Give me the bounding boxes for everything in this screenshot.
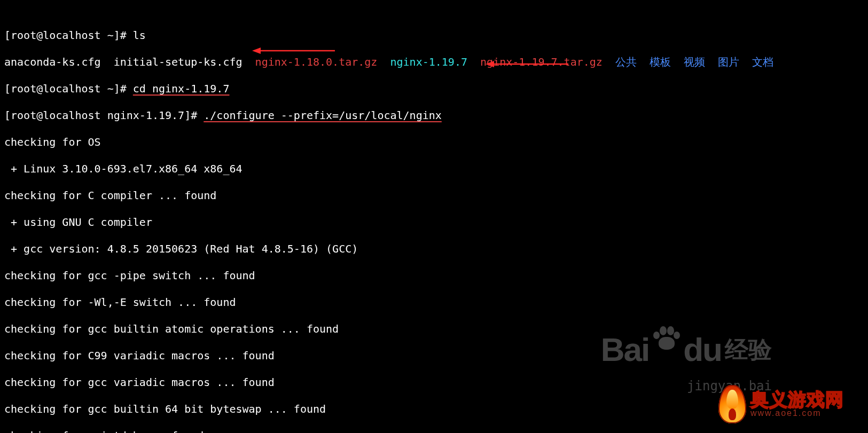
gap: [467, 56, 480, 68]
shell-command: ls: [133, 29, 146, 42]
terminal-line: checking for OS: [4, 136, 864, 149]
shell-command: cd nginx-1.19.7: [133, 82, 230, 95]
terminal-line: + Linux 3.10.0-693.el7.x86_64 x86_64: [4, 162, 864, 176]
terminal-output: [root@localhost ~]# ls anaconda-ks.cfg i…: [0, 0, 868, 433]
ls-item-dir: nginx-1.19.7: [390, 56, 467, 68]
terminal-line: checking for C99 variadic macros ... fou…: [4, 349, 864, 363]
ls-item-archive: nginx-1.18.0.tar.gz: [255, 56, 378, 68]
terminal-line: checking for gcc builtin 64 bit byteswap…: [4, 403, 864, 416]
ls-item-dir-cn: 公共 模板 视频 图片 文档: [615, 56, 773, 68]
shell-prompt: [root@localhost ~]#: [4, 29, 133, 42]
ls-item-archive: nginx-1.19.7.tar.gz: [480, 56, 603, 68]
terminal-line: checking for unistd.h ... found: [4, 429, 864, 433]
terminal-line: checking for gcc builtin atomic operatio…: [4, 322, 864, 336]
terminal-line: checking for -Wl,-E switch ... found: [4, 296, 864, 309]
shell-command: ./configure --prefix=/usr/local/nginx: [204, 109, 442, 122]
shell-prompt: [root@localhost nginx-1.19.7]#: [4, 109, 204, 122]
ls-item: anaconda-ks.cfg initial-setup-ks.cfg: [4, 56, 255, 68]
terminal-line: checking for gcc -pipe switch ... found: [4, 269, 864, 282]
gap: [603, 56, 615, 68]
terminal-line: [root@localhost ~]# cd nginx-1.19.7: [4, 82, 864, 96]
terminal-line: [root@localhost ~]# ls: [4, 29, 864, 42]
shell-prompt: [root@localhost ~]#: [4, 82, 133, 95]
terminal-line: anaconda-ks.cfg initial-setup-ks.cfg ngi…: [4, 56, 864, 69]
terminal-line: checking for gcc variadic macros ... fou…: [4, 376, 864, 389]
svg-marker-1: [252, 48, 261, 54]
terminal-line: checking for C compiler ... found: [4, 189, 864, 202]
gap: [377, 56, 390, 68]
terminal-line: + using GNU C compiler: [4, 216, 864, 229]
terminal-line: + gcc version: 4.8.5 20150623 (Red Hat 4…: [4, 242, 864, 256]
terminal-line: [root@localhost nginx-1.19.7]# ./configu…: [4, 109, 864, 122]
